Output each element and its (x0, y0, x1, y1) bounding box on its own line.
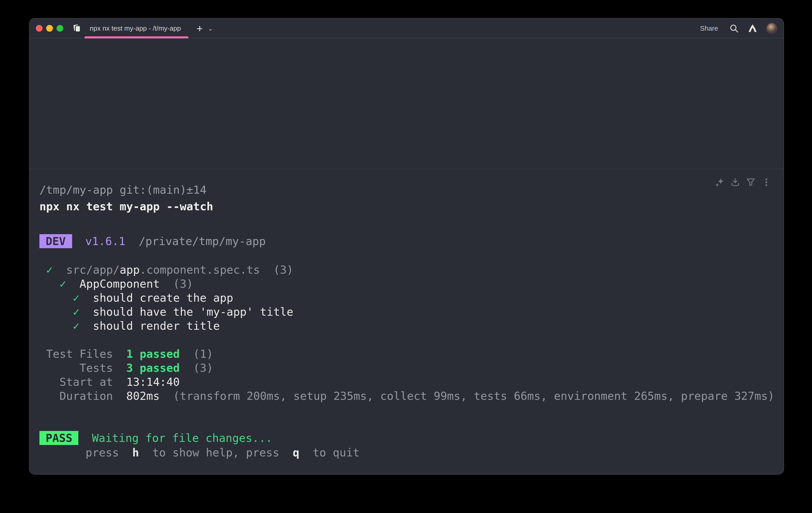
watch-hint-line: press h to show help, press q to quit (39, 446, 783, 460)
command-text: npx nx test my-app --watch (39, 200, 213, 213)
test-case-line: ✓ should render title (39, 319, 783, 333)
desktop: npx nx test my-app - /t/my-app + ⌄ Share (0, 0, 812, 513)
duration-value: 802ms (126, 389, 160, 402)
active-tab-indicator (85, 36, 188, 38)
suite-test-count: (3) (173, 277, 193, 290)
hint-text: press (86, 446, 119, 459)
tests-count: (3) (193, 361, 213, 374)
minimize-window-button[interactable] (46, 25, 53, 32)
close-window-button[interactable] (36, 25, 42, 32)
vitest-runner-line: DEV v1.6.1 /private/tmp/my-app (39, 234, 783, 248)
tab-list-chevron-button[interactable]: ⌄ (208, 25, 213, 31)
block-more-menu-button[interactable] (762, 178, 771, 187)
test-name: should have the 'my-app' title (93, 305, 293, 318)
file-test-count: (3) (273, 263, 293, 276)
start-time: 13:14:40 (126, 375, 180, 388)
maximize-window-button[interactable] (57, 25, 63, 32)
check-icon: ✓ (73, 305, 80, 318)
dev-badge: DEV (39, 234, 72, 248)
check-icon: ✓ (73, 319, 80, 332)
terminal-output: /tmp/my-app git:(main)±14 npx nx test my… (30, 169, 783, 460)
warp-logo-icon (748, 24, 757, 33)
summary-tests-line: Tests3 passed (3) (39, 361, 783, 375)
tests-passed: 3 passed (126, 361, 180, 374)
terminal-scrollback (30, 38, 783, 169)
test-suite-line: ✓ AppComponent (3) (39, 277, 783, 291)
prompt-line: /tmp/my-app git:(main)±14 (39, 183, 783, 197)
user-avatar[interactable] (766, 23, 777, 34)
prompt-path: /tmp/my-app git:(main)±14 (39, 183, 206, 196)
kebab-menu-icon (762, 178, 771, 187)
summary-files-line: Test Files1 passed (1) (39, 347, 783, 361)
warp-assistant-button[interactable] (748, 24, 757, 33)
file-base: app (120, 263, 140, 276)
filter-icon (746, 178, 755, 187)
watch-status-line: PASS Waiting for file changes... (39, 431, 783, 445)
terminal-window: npx nx test my-app - /t/my-app + ⌄ Share (29, 18, 784, 475)
files-count: (1) (193, 347, 213, 360)
download-output-button[interactable] (730, 178, 740, 187)
file-ext: .component.spec.ts (140, 263, 260, 276)
quit-key: q (293, 446, 299, 459)
new-tab-button[interactable]: + (197, 23, 203, 33)
tab-bar: npx nx test my-app - /t/my-app + ⌄ Share (30, 19, 783, 38)
command-line: npx nx test my-app --watch (39, 199, 783, 213)
window-controls (36, 25, 63, 32)
help-key: h (132, 446, 139, 459)
ai-sparkle-icon (715, 178, 724, 187)
suite-name: AppComponent (80, 277, 160, 290)
vitest-version: v1.6.1 (85, 235, 125, 248)
project-path: /private/tmp/my-app (139, 235, 266, 248)
check-icon: ✓ (46, 263, 53, 276)
pass-badge: PASS (39, 431, 79, 445)
download-icon (730, 178, 740, 187)
files-passed: 1 passed (126, 347, 180, 360)
tab-pages-button[interactable] (72, 24, 82, 33)
duration-breakdown: (transform 200ms, setup 235ms, collect 9… (173, 389, 774, 402)
summary-label: Tests (39, 361, 113, 375)
test-case-line: ✓ should create the app (39, 291, 783, 305)
watch-message: Waiting for file changes... (92, 431, 272, 444)
tab-title: npx nx test my-app - /t/my-app (90, 24, 181, 32)
command-block: /tmp/my-app git:(main)±14 npx nx test my… (30, 169, 783, 460)
summary-label: Duration (39, 389, 113, 403)
test-name: should create the app (93, 291, 233, 304)
search-icon (729, 24, 739, 33)
terminal-tab[interactable]: npx nx test my-app - /t/my-app (85, 19, 188, 38)
ai-explain-button[interactable] (715, 178, 724, 187)
share-button[interactable]: Share (700, 24, 718, 32)
file-dir: src/app/ (66, 263, 120, 276)
test-name: should render title (93, 319, 220, 332)
block-toolbar (715, 178, 771, 187)
summary-duration-line: Duration802ms (transform 200ms, setup 23… (39, 389, 783, 403)
hint-text: to quit (313, 446, 359, 459)
check-icon: ✓ (59, 277, 66, 290)
summary-label: Start at (39, 375, 113, 389)
test-case-line: ✓ should have the 'my-app' title (39, 305, 783, 319)
check-icon: ✓ (73, 291, 80, 304)
test-file-line: ✓ src/app/app.component.spec.ts (3) (39, 263, 783, 277)
search-button[interactable] (729, 24, 739, 33)
summary-label: Test Files (39, 347, 113, 361)
summary-start-line: Start at13:14:40 (39, 375, 783, 389)
pages-icon (72, 24, 82, 33)
filter-output-button[interactable] (746, 178, 755, 187)
hint-text: to show help, press (152, 446, 279, 459)
